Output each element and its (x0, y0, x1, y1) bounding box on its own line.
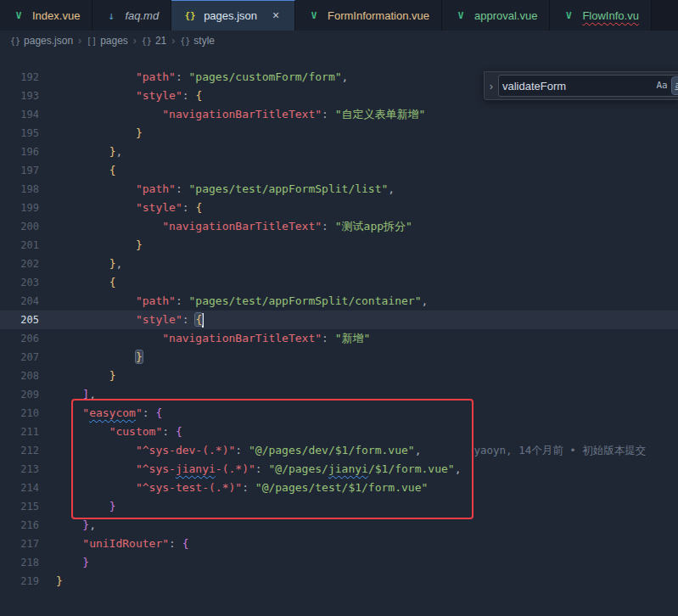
code-line-206[interactable]: 206 "navigationBarTitleText": "新增" (0, 329, 678, 348)
line-number[interactable]: 200 (0, 217, 39, 236)
code-token: jianyi (328, 462, 368, 475)
tab-label: pages.json (204, 9, 257, 22)
code-token: { (182, 537, 189, 550)
line-number[interactable]: 208 (0, 367, 39, 385)
code-token: { (109, 276, 116, 288)
code-line-205[interactable]: 205 "style": { (0, 311, 678, 329)
code-line-217[interactable]: 217 "uniIdRouter": { (0, 535, 678, 553)
code-token: } (82, 556, 89, 568)
code-token (56, 276, 109, 288)
code-line-194[interactable]: 194 "navigationBarTitleText": "自定义表单新增" (0, 105, 678, 124)
match-case-button[interactable]: Aa (653, 77, 670, 94)
code-token: -(.*)" (216, 462, 255, 475)
line-number[interactable]: 193 (0, 87, 39, 105)
tab-pages.json[interactable]: {}pages.json× (171, 0, 295, 31)
tab-approval.vue[interactable]: Vapproval.vue (442, 0, 550, 31)
line-number[interactable]: 202 (0, 255, 39, 273)
code-token: "@/pages/test/$1/form.vue" (255, 481, 429, 494)
toggle-replace-chevron-icon[interactable]: › (485, 80, 498, 92)
line-number[interactable]: 210 (0, 404, 39, 423)
line-number[interactable]: 212 (0, 441, 39, 460)
code-token (56, 556, 82, 568)
code-line-218[interactable]: 218 } (0, 553, 678, 572)
code-line-214[interactable]: 214 "^sys-test-(.*)": "@/pages/test/$1/f… (0, 479, 678, 497)
code-line-213[interactable]: 213 "^sys-jianyi-(.*)": "@/pages/jianyi/… (0, 460, 678, 479)
code-line-216[interactable]: 216 }, (0, 516, 678, 535)
line-content: "path": "pages/customForm/form", (56, 68, 348, 87)
line-number[interactable]: 215 (0, 497, 39, 516)
line-number[interactable]: 197 (0, 161, 39, 180)
whole-word-button[interactable]: ab (672, 77, 678, 94)
line-number[interactable]: 216 (0, 516, 39, 535)
code-line-198[interactable]: 198 "path": "pages/test/appFormSplit/lis… (0, 180, 678, 199)
code-line-204[interactable]: 204 "path": "pages/test/appFormSplit/con… (0, 292, 678, 311)
line-number[interactable]: 195 (0, 124, 39, 143)
code-token (56, 257, 109, 270)
code-line-209[interactable]: 209 ], (0, 385, 678, 404)
line-number[interactable]: 206 (0, 329, 39, 348)
code-line-195[interactable]: 195 } (0, 124, 678, 143)
code-token: , (89, 388, 96, 400)
breadcrumb-separator: › (132, 35, 138, 47)
line-number[interactable]: 203 (0, 273, 39, 292)
code-line-211[interactable]: 211 "custom": { (0, 423, 678, 441)
vue-file-icon: V (307, 10, 321, 21)
code-line-199[interactable]: 199 "style": { (0, 199, 678, 217)
line-number[interactable]: 199 (0, 199, 39, 217)
breadcrumb: {}pages.json›[]pages›{}21›{}style (0, 31, 678, 51)
line-number[interactable]: 207 (0, 348, 39, 367)
vue-file-icon: V (454, 10, 468, 21)
code-token: : (242, 481, 255, 494)
line-number[interactable]: 217 (0, 535, 39, 553)
code-token (56, 313, 136, 326)
code-token: { (195, 313, 202, 326)
code-token: "path" (136, 70, 176, 83)
code-line-203[interactable]: 203 { (0, 273, 678, 292)
find-input[interactable] (502, 80, 652, 92)
line-number[interactable]: 213 (0, 460, 39, 479)
tab-FormInformation.vue[interactable]: VFormInformation.vue (295, 0, 442, 31)
line-number[interactable]: 196 (0, 143, 39, 161)
line-content: "navigationBarTitleText": "测试app拆分" (56, 217, 412, 236)
code-token: "^sys-test-(.*)" (136, 481, 242, 494)
line-number[interactable]: 211 (0, 423, 39, 441)
breadcrumb-item-pages.json[interactable]: {}pages.json (10, 35, 73, 47)
editor[interactable]: › Aa ab .* 192 "path": "pages/customForm… (0, 51, 678, 616)
line-number[interactable]: 194 (0, 105, 39, 124)
breadcrumb-item-style[interactable]: {}style (180, 35, 215, 47)
tab-close-icon[interactable]: × (269, 9, 283, 23)
breadcrumb-separator: › (170, 35, 177, 47)
code-line-208[interactable]: 208 } (0, 367, 678, 385)
line-number[interactable]: 201 (0, 236, 39, 255)
code-line-219[interactable]: 219} (0, 572, 678, 591)
code-token: } (56, 574, 63, 587)
line-number[interactable]: 198 (0, 180, 39, 199)
line-number[interactable]: 205 (0, 311, 39, 329)
tab-faq.md[interactable]: ↓faq.md (92, 0, 171, 31)
code-line-197[interactable]: 197 { (0, 161, 678, 180)
code-line-201[interactable]: 201 } (0, 236, 678, 255)
code-line-207[interactable]: 207 } (0, 348, 678, 367)
code-line-212[interactable]: 212 "^sys-dev-(.*)": "@/pages/dev/$1/for… (0, 441, 678, 460)
breadcrumb-item-pages[interactable]: []pages (87, 35, 128, 47)
symbol-icon: {} (10, 36, 20, 46)
code-token: , (342, 70, 349, 83)
code-token: "^sys-dev-(.*)" (136, 444, 235, 456)
line-number[interactable]: 204 (0, 292, 39, 311)
line-content: "uniIdRouter": { (56, 535, 189, 553)
code-line-200[interactable]: 200 "navigationBarTitleText": "测试app拆分" (0, 217, 678, 236)
code-line-202[interactable]: 202 }, (0, 255, 678, 273)
line-number[interactable]: 209 (0, 385, 39, 404)
breadcrumb-item-21[interactable]: {}21 (142, 35, 166, 47)
tab-Index.vue[interactable]: VIndex.vue (0, 0, 92, 31)
code-token (56, 350, 136, 363)
code-line-210[interactable]: 210 "easycom": { (0, 404, 678, 423)
line-number[interactable]: 214 (0, 479, 39, 497)
line-number[interactable]: 192 (0, 68, 39, 87)
line-number[interactable]: 218 (0, 553, 39, 572)
find-widget: › Aa ab .* (484, 71, 678, 100)
code-line-196[interactable]: 196 }, (0, 143, 678, 161)
line-number[interactable]: 219 (0, 572, 39, 591)
code-line-215[interactable]: 215 } (0, 497, 678, 516)
tab-FlowInfo.vu[interactable]: VFlowInfo.vu (550, 0, 651, 31)
